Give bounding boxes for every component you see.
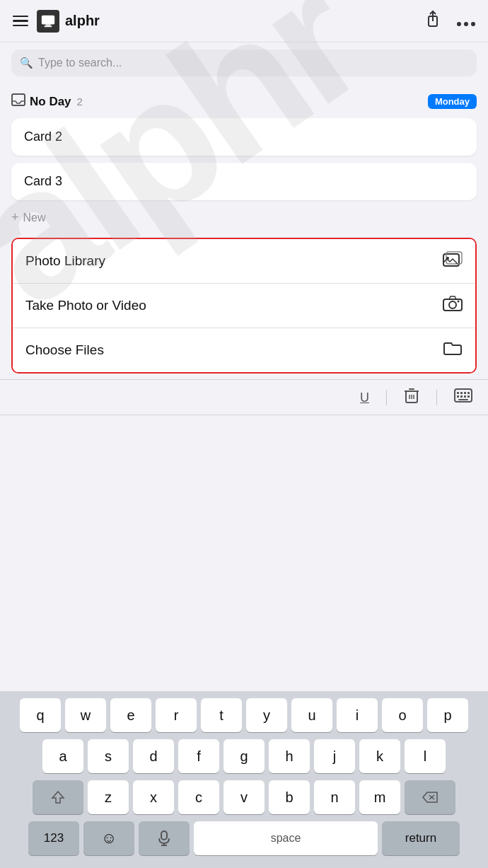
svg-rect-21 [460,395,463,398]
key-o[interactable]: o [382,698,423,732]
hamburger-menu[interactable] [13,16,28,27]
svg-rect-0 [42,15,54,24]
num-key[interactable]: 123 [28,821,79,855]
shift-icon [51,790,65,804]
key-h[interactable]: h [269,739,310,773]
search-bar[interactable]: 🔍 Type to search... [11,50,477,76]
key-s[interactable]: s [88,739,129,773]
column-title: No Day [30,95,71,109]
key-x[interactable]: x [133,780,174,814]
keyboard: q w e r t y u i o p a s d f g h j k l z … [0,691,488,868]
svg-point-12 [449,301,456,308]
key-n[interactable]: n [314,780,355,814]
search-bar-wrap: 🔍 Type to search... [0,42,488,82]
key-q[interactable]: q [20,698,61,732]
keyboard-row-4: 123 ☺ space return [3,821,485,855]
keyboard-row-1: q w e r t y u i o p [3,698,485,732]
top-bar-actions [424,10,475,33]
share-icon [424,10,441,28]
folder-icon [443,340,463,361]
key-z[interactable]: z [88,780,129,814]
svg-rect-23 [467,395,470,398]
take-photo-item[interactable]: Take Photo or Video [13,284,475,328]
keyboard-icon [454,388,472,403]
key-w[interactable]: w [65,698,106,732]
svg-point-6 [471,22,475,26]
new-button-row[interactable]: + New [0,207,488,232]
keyboard-row-2: a s d f g h j k l [3,739,485,773]
key-c[interactable]: c [178,780,219,814]
monitor-icon [40,13,56,29]
new-plus-icon: + [11,210,19,225]
attachment-menu: Photo Library Take Photo or Video [11,238,477,374]
photo-library-item[interactable]: Photo Library [13,239,475,284]
board-area: No Day 2 Monday Card 2 Card 3 + New Phot… [0,82,488,415]
new-label: New [23,212,46,224]
key-r[interactable]: r [156,698,197,732]
key-l[interactable]: l [405,739,446,773]
choose-files-label: Choose Files [25,342,443,358]
key-f[interactable]: f [178,739,219,773]
space-key[interactable]: space [194,821,378,855]
photo-library-label: Photo Library [25,253,443,269]
mic-key[interactable] [139,821,190,855]
mic-icon [158,831,170,846]
more-button[interactable] [457,11,475,31]
svg-rect-19 [467,392,470,394]
key-u[interactable]: u [291,698,332,732]
svg-point-13 [458,301,460,303]
return-key[interactable]: return [382,821,460,855]
share-button[interactable] [424,10,441,33]
emoji-key[interactable]: ☺ [83,821,134,855]
app-title: alphr [65,13,424,29]
key-j[interactable]: j [314,739,355,773]
backspace-key[interactable] [405,780,455,814]
column-tag[interactable]: Monday [428,94,477,109]
top-bar: alphr [0,0,488,42]
svg-rect-16 [457,392,459,394]
svg-rect-2 [45,25,52,27]
search-icon: 🔍 [20,57,33,69]
toolbar-row: U [0,379,488,415]
key-d[interactable]: d [133,739,174,773]
key-m[interactable]: m [359,780,400,814]
svg-rect-24 [458,399,468,400]
key-a[interactable]: a [42,739,83,773]
search-placeholder: Type to search... [38,57,122,69]
underline-icon: U [360,390,369,405]
key-b[interactable]: b [269,780,310,814]
svg-marker-25 [52,792,64,803]
key-k[interactable]: k [359,739,400,773]
shift-key[interactable] [33,780,83,814]
key-g[interactable]: g [223,739,265,773]
svg-rect-18 [464,392,466,394]
key-v[interactable]: v [223,780,265,814]
key-e[interactable]: e [110,698,151,732]
svg-rect-20 [457,395,459,398]
photo-library-icon [443,250,463,272]
key-t[interactable]: t [201,698,242,732]
delete-button[interactable] [400,384,424,410]
card-2[interactable]: Card 2 [11,118,477,156]
column-count: 2 [77,96,83,108]
camera-icon [443,295,463,316]
take-photo-label: Take Photo or Video [25,298,443,313]
svg-rect-26 [161,831,167,840]
svg-point-5 [464,22,468,26]
key-y[interactable]: y [246,698,287,732]
choose-files-item[interactable]: Choose Files [13,328,475,372]
key-p[interactable]: p [427,698,468,732]
keyboard-row-3: z x c v b n m [3,780,485,814]
underline-button[interactable]: U [356,386,373,408]
column-icon [11,93,25,110]
more-icon [457,21,475,27]
backspace-icon [422,792,438,803]
svg-rect-17 [460,392,463,394]
app-icon [37,10,59,33]
key-i[interactable]: i [337,698,378,732]
svg-rect-1 [45,24,50,25]
trash-icon [404,387,419,404]
card-3[interactable]: Card 3 [11,163,477,200]
keyboard-button[interactable] [450,386,477,409]
column-header: No Day 2 Monday [0,89,488,114]
